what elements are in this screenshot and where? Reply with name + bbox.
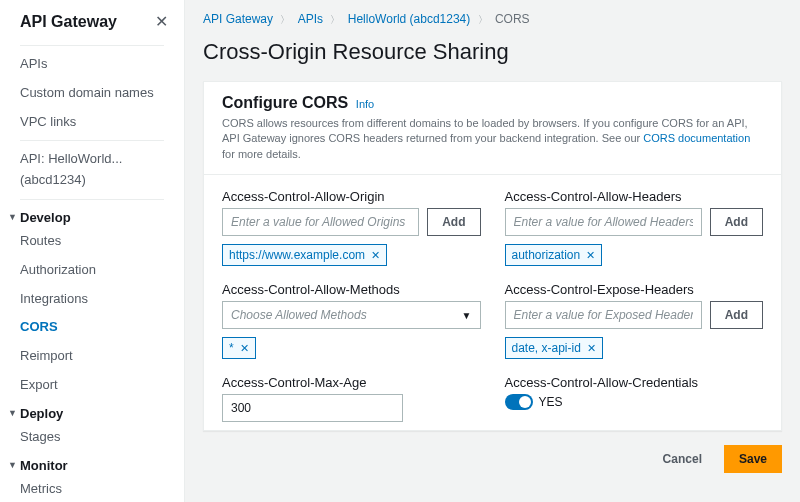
label-max-age: Access-Control-Max-Age bbox=[222, 375, 481, 390]
cors-doc-link[interactable]: CORS documentation bbox=[643, 132, 750, 144]
breadcrumb-current: CORS bbox=[495, 12, 530, 26]
sidebar-item-cors[interactable]: CORS bbox=[0, 313, 184, 342]
headers-token: authorization ✕ bbox=[505, 244, 603, 266]
toggle-knob bbox=[519, 396, 531, 408]
save-button[interactable]: Save bbox=[724, 445, 782, 473]
caret-down-icon: ▼ bbox=[8, 408, 18, 418]
remove-token-icon[interactable]: ✕ bbox=[586, 249, 595, 262]
breadcrumb-apis[interactable]: APIs bbox=[298, 12, 323, 26]
page-title: Cross-Origin Resource Sharing bbox=[203, 39, 782, 65]
panel-description: CORS allows resources from different dom… bbox=[222, 116, 763, 162]
methods-token: * ✕ bbox=[222, 337, 256, 359]
field-allow-origin: Access-Control-Allow-Origin Add https://… bbox=[222, 189, 481, 266]
sidebar-item-reimport[interactable]: Reimport bbox=[0, 342, 184, 371]
caret-down-icon: ▼ bbox=[8, 460, 18, 470]
field-expose-headers: Access-Control-Expose-Headers Add date, … bbox=[505, 282, 764, 359]
panel-title: Configure CORS bbox=[222, 94, 348, 111]
sidebar-item-export[interactable]: Export bbox=[0, 371, 184, 400]
chevron-right-icon: 〉 bbox=[280, 14, 290, 25]
field-max-age: Access-Control-Max-Age bbox=[222, 375, 481, 422]
footer-actions: Cancel Save bbox=[203, 445, 782, 473]
remove-token-icon[interactable]: ✕ bbox=[240, 342, 249, 355]
caret-down-icon: ▼ bbox=[8, 212, 18, 222]
label-allow-origin: Access-Control-Allow-Origin bbox=[222, 189, 481, 204]
label-allow-methods: Access-Control-Allow-Methods bbox=[222, 282, 481, 297]
remove-token-icon[interactable]: ✕ bbox=[371, 249, 380, 262]
sidebar-item-routes[interactable]: Routes bbox=[0, 227, 184, 256]
close-icon[interactable]: ✕ bbox=[155, 12, 168, 31]
info-link[interactable]: Info bbox=[356, 98, 374, 110]
allow-headers-input[interactable] bbox=[505, 208, 702, 236]
field-allow-methods: Access-Control-Allow-Methods Choose Allo… bbox=[222, 282, 481, 359]
field-allow-credentials: Access-Control-Allow-Credentials YES bbox=[505, 375, 764, 422]
sidebar-item-stages[interactable]: Stages bbox=[0, 423, 184, 452]
breadcrumb: API Gateway 〉 APIs 〉 HelloWorld (abcd123… bbox=[203, 12, 782, 27]
sidebar-group-develop[interactable]: ▼ Develop bbox=[0, 204, 184, 227]
credentials-value: YES bbox=[539, 395, 563, 409]
caret-down-icon: ▼ bbox=[462, 310, 472, 321]
add-expose-button[interactable]: Add bbox=[710, 301, 763, 329]
sidebar-api-context: API: HelloWorld...(abcd1234) bbox=[0, 145, 184, 195]
chevron-right-icon: 〉 bbox=[478, 14, 488, 25]
main-content: API Gateway 〉 APIs 〉 HelloWorld (abcd123… bbox=[185, 0, 800, 502]
label-expose-headers: Access-Control-Expose-Headers bbox=[505, 282, 764, 297]
sidebar-item-authorization[interactable]: Authorization bbox=[0, 256, 184, 285]
allow-methods-select[interactable]: Choose Allowed Methods ▼ bbox=[222, 301, 481, 329]
cors-panel: Configure CORS Info CORS allows resource… bbox=[203, 81, 782, 431]
sidebar-group-deploy[interactable]: ▼ Deploy bbox=[0, 400, 184, 423]
add-origin-button[interactable]: Add bbox=[427, 208, 480, 236]
origin-token: https://www.example.com ✕ bbox=[222, 244, 387, 266]
add-headers-button[interactable]: Add bbox=[710, 208, 763, 236]
allow-origin-input[interactable] bbox=[222, 208, 419, 236]
sidebar-title: API Gateway bbox=[20, 13, 117, 31]
sidebar: API Gateway ✕ APIs Custom domain names V… bbox=[0, 0, 185, 502]
max-age-input[interactable] bbox=[222, 394, 403, 422]
sidebar-link-custom-domains[interactable]: Custom domain names bbox=[0, 79, 184, 108]
label-allow-credentials: Access-Control-Allow-Credentials bbox=[505, 375, 764, 390]
field-allow-headers: Access-Control-Allow-Headers Add authori… bbox=[505, 189, 764, 266]
breadcrumb-api[interactable]: HelloWorld (abcd1234) bbox=[348, 12, 471, 26]
cancel-button[interactable]: Cancel bbox=[649, 445, 716, 473]
breadcrumb-api-gateway[interactable]: API Gateway bbox=[203, 12, 273, 26]
credentials-toggle[interactable] bbox=[505, 394, 533, 410]
sidebar-item-metrics[interactable]: Metrics bbox=[0, 475, 184, 502]
expose-token: date, x-api-id ✕ bbox=[505, 337, 603, 359]
expose-headers-input[interactable] bbox=[505, 301, 702, 329]
sidebar-group-monitor[interactable]: ▼ Monitor bbox=[0, 452, 184, 475]
remove-token-icon[interactable]: ✕ bbox=[587, 342, 596, 355]
sidebar-item-integrations[interactable]: Integrations bbox=[0, 285, 184, 314]
sidebar-link-vpc-links[interactable]: VPC links bbox=[0, 108, 184, 137]
sidebar-link-apis[interactable]: APIs bbox=[0, 50, 184, 79]
label-allow-headers: Access-Control-Allow-Headers bbox=[505, 189, 764, 204]
chevron-right-icon: 〉 bbox=[330, 14, 340, 25]
